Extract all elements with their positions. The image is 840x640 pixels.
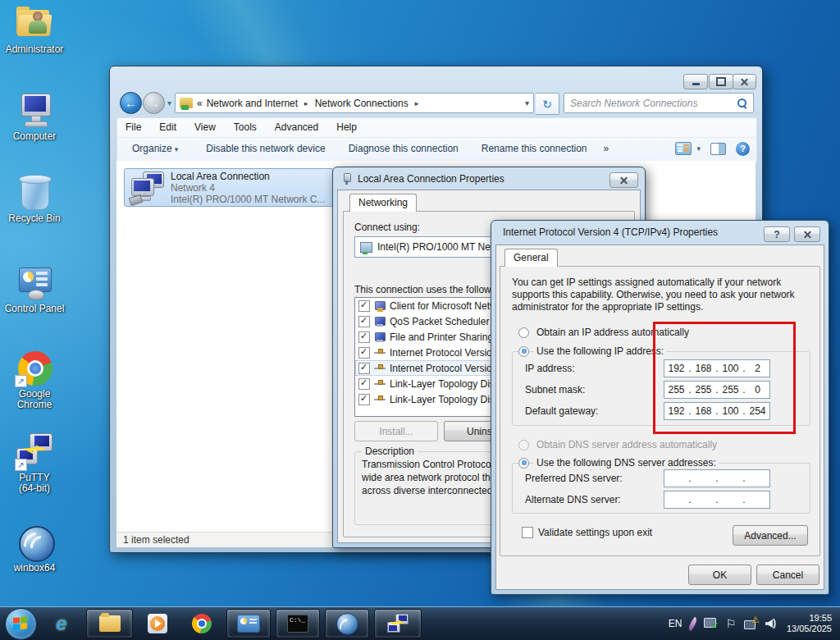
help-icon: ? — [774, 229, 779, 240]
preview-pane-button[interactable] — [710, 143, 726, 155]
desktop-icon-google-chrome[interactable]: ↗ Google Chrome — [0, 350, 69, 410]
organize-button[interactable]: Organize▾ — [124, 141, 186, 156]
windows-flag-icon — [13, 616, 28, 631]
breadcrumb-item[interactable]: Network Connections — [315, 98, 409, 109]
close-button[interactable] — [733, 74, 756, 89]
menu-view[interactable]: View — [194, 121, 216, 133]
breadcrumb-overflow[interactable]: « — [197, 98, 203, 109]
taskbar-cmd[interactable]: C:\_ — [276, 609, 320, 638]
close-button[interactable] — [609, 172, 638, 188]
close-icon — [741, 78, 748, 85]
install-button[interactable]: Install... — [354, 421, 438, 441]
desktop-icon-label: Administrator — [0, 44, 69, 55]
close-icon — [620, 176, 628, 184]
desktop-icon-label: PuTTY (64-bit) — [0, 473, 69, 494]
checkbox-checked[interactable] — [358, 347, 370, 359]
minimize-button[interactable] — [683, 74, 708, 89]
start-button[interactable] — [5, 608, 37, 640]
local-area-connection-item[interactable]: Local Area Connection Network 4 Intel(R)… — [124, 168, 334, 207]
desktop-icon-computer[interactable]: Computer — [0, 92, 69, 142]
forward-button[interactable]: → — [143, 92, 165, 114]
menu-tools[interactable]: Tools — [234, 121, 257, 133]
nav-history-caret-icon[interactable]: ▾ — [167, 98, 171, 107]
menu-file[interactable]: File — [126, 121, 141, 133]
recycle-bin-icon — [15, 174, 54, 212]
radio-checked-icon — [518, 346, 529, 357]
alternate-dns-field[interactable] — [664, 491, 770, 509]
desktop-icon-putty[interactable]: ↗ PuTTY (64-bit) — [0, 433, 69, 494]
taskbar-explorer[interactable] — [86, 609, 133, 638]
pc-status-tray-icon[interactable]: ✓ — [704, 618, 717, 629]
feather-tray-icon[interactable] — [687, 616, 700, 631]
ipv4-properties-dialog: Internet Protocol Version 4 (TCP/IPv4) P… — [491, 220, 829, 595]
volume-icon[interactable] — [765, 618, 778, 629]
shortcut-arrow-icon: ↗ — [15, 375, 27, 387]
menu-advanced[interactable]: Advanced — [275, 121, 318, 133]
administrator-folder-icon — [15, 5, 54, 43]
breadcrumb-item[interactable]: Network and Internet — [207, 98, 298, 109]
taskbar: e C:\_ EN ✓ ⚐ ⚠ 19:55 13/05/2025 — [0, 606, 840, 640]
desktop-icon-control-panel[interactable]: Control Panel — [0, 264, 69, 314]
search-input[interactable]: Search Network Connections — [564, 93, 754, 113]
connection-properties-icon — [343, 173, 350, 185]
disable-device-button[interactable]: Disable this network device — [198, 141, 333, 156]
preferred-dns-field[interactable] — [664, 469, 770, 487]
winbox-icon — [336, 613, 358, 635]
validate-checkbox[interactable]: Validate settings upon exit — [522, 527, 652, 538]
rename-connection-button[interactable]: Rename this connection — [473, 141, 596, 156]
change-view-button[interactable]: ▾ — [675, 142, 701, 155]
checkbox-checked[interactable] — [358, 378, 370, 390]
checkbox-checked[interactable] — [358, 363, 370, 374]
putty-icon: ↗ — [15, 433, 54, 471]
cancel-button[interactable]: Cancel — [756, 565, 819, 585]
checkbox-checked[interactable] — [358, 316, 370, 327]
refresh-button[interactable]: ↻ — [536, 93, 559, 115]
taskbar-putty[interactable] — [374, 609, 422, 638]
breadcrumb-arrow-icon: ▸ — [413, 99, 422, 107]
desktop-icon-winbox64[interactable]: winbox64 — [0, 523, 69, 574]
taskbar-winbox[interactable] — [325, 609, 369, 638]
protocol-icon — [374, 348, 386, 358]
taskbar-internet-explorer[interactable]: e — [42, 610, 81, 638]
ok-button[interactable]: OK — [688, 565, 751, 585]
help-button[interactable]: ? — [764, 226, 790, 242]
ip-address-label: IP address: — [525, 363, 574, 374]
desktop-icon-label: Computer — [0, 131, 69, 142]
address-dropdown-icon[interactable]: ▾ — [525, 98, 529, 107]
diagnose-connection-button[interactable]: Diagnose this connection — [340, 141, 467, 156]
action-center-flag-icon[interactable]: ⚐ — [725, 617, 736, 630]
chevron-down-icon: ▾ — [175, 145, 179, 153]
tab-networking[interactable]: Networking — [349, 194, 417, 212]
time: 19:55 — [787, 613, 832, 624]
taskbar-chrome[interactable] — [182, 610, 221, 638]
desktop-icon-administrator[interactable]: Administrator — [0, 5, 69, 55]
desktop-icon-label: Google Chrome — [0, 389, 69, 410]
network-connection-icon — [130, 171, 164, 204]
connection-network: Network 4 — [171, 182, 326, 194]
radio-checked-icon — [518, 458, 529, 469]
search-icon[interactable] — [737, 98, 747, 108]
radio-use-dns[interactable]: Use the following DNS server addresses: — [518, 457, 719, 469]
checkbox-checked[interactable] — [358, 331, 370, 343]
network-warning-tray-icon[interactable]: ⚠ — [744, 618, 757, 629]
desktop-icon-recycle-bin[interactable]: Recycle Bin — [0, 174, 69, 224]
menu-edit[interactable]: Edit — [159, 121, 176, 133]
taskbar-control-panel[interactable] — [226, 609, 271, 638]
clock[interactable]: 19:55 13/05/2025 — [787, 613, 832, 634]
taskbar-media-player[interactable] — [138, 610, 177, 638]
address-bar[interactable]: « Network and Internet ▸ Network Connect… — [175, 93, 534, 113]
tab-general[interactable]: General — [504, 249, 558, 267]
radio-disabled-icon — [518, 440, 529, 450]
winbox-icon — [15, 523, 54, 561]
advanced-button[interactable]: Advanced... — [733, 525, 808, 546]
menu-help[interactable]: Help — [336, 121, 357, 133]
back-button[interactable]: ← — [120, 92, 142, 114]
checkbox-checked[interactable] — [358, 300, 370, 312]
language-indicator[interactable]: EN — [669, 618, 682, 629]
radio-use-ip[interactable]: Use the following IP address: — [518, 345, 666, 357]
help-button[interactable]: ? — [736, 142, 750, 156]
commandbar-more-button[interactable]: » — [595, 141, 617, 156]
checkbox-checked[interactable] — [358, 394, 370, 405]
maximize-button[interactable] — [709, 74, 733, 89]
close-button[interactable] — [794, 226, 820, 242]
